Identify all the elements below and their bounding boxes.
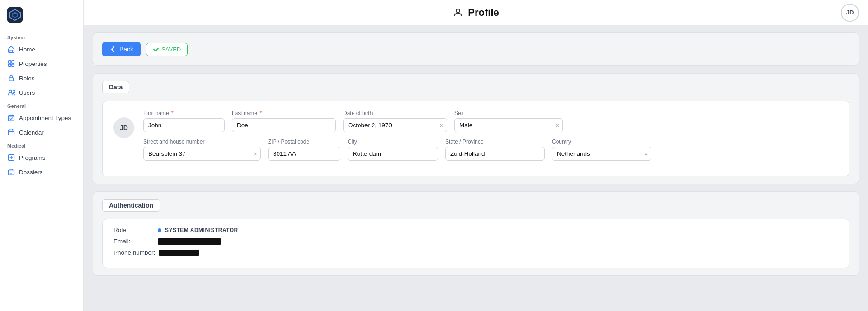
street-label: Street and house number	[143, 139, 261, 145]
state-group: State / Province	[445, 139, 545, 161]
sidebar: System Home Properties Roles Users Gene	[0, 0, 84, 311]
sex-group: Sex ×	[454, 110, 563, 132]
toolbar-card: Back SAVED	[93, 32, 859, 66]
lastname-input[interactable]	[232, 118, 336, 132]
street-group: Street and house number ×	[143, 139, 261, 161]
sidebar-item-dossiers[interactable]: Dossiers	[0, 165, 83, 179]
phone-field-label: Phone number:	[113, 249, 155, 256]
sidebar-item-properties-label: Properties	[19, 60, 47, 67]
sidebar-item-roles-label: Roles	[19, 75, 35, 82]
state-label: State / Province	[445, 139, 545, 145]
auth-section-card: Authentication Role: SYSTEM ADMINISTRATO…	[93, 191, 859, 276]
dob-label: Date of birth	[343, 110, 447, 116]
svg-rect-4	[9, 61, 11, 63]
street-input[interactable]	[143, 147, 261, 161]
content-area: Back SAVED Data JD	[84, 25, 868, 311]
svg-rect-13	[9, 170, 14, 175]
lock-icon	[7, 74, 15, 82]
svg-point-9	[9, 90, 12, 93]
firstname-label: First name *	[143, 110, 225, 116]
profile-icon	[453, 7, 463, 18]
sidebar-item-dossiers-label: Dossiers	[19, 169, 43, 176]
country-label: Country	[552, 139, 651, 145]
svg-rect-7	[12, 64, 14, 66]
country-group: Country ×	[552, 139, 651, 161]
svg-rect-8	[9, 78, 14, 81]
back-label: Back	[119, 46, 133, 53]
saved-label: SAVED	[161, 46, 181, 53]
country-clear-button[interactable]: ×	[644, 151, 648, 157]
lastname-required: *	[258, 110, 262, 116]
sidebar-item-programs-label: Programs	[19, 154, 46, 161]
data-form-card: JD First name *	[102, 101, 849, 176]
topbar: Profile JD	[84, 0, 868, 25]
sidebar-item-home-label: Home	[19, 46, 35, 53]
medical-section-label: Medical	[0, 139, 83, 150]
user-avatar-button[interactable]: JD	[841, 4, 859, 22]
sidebar-item-users[interactable]: Users	[0, 85, 83, 100]
svg-point-14	[456, 9, 460, 13]
firstname-input[interactable]	[143, 118, 225, 132]
grid-icon	[7, 60, 15, 68]
form-row-2: Street and house number × ZIP / Postal c…	[143, 139, 838, 161]
svg-rect-5	[12, 61, 14, 63]
phone-value-redacted	[159, 250, 199, 256]
users-icon	[7, 88, 15, 97]
role-field-label: Role:	[113, 227, 154, 233]
avatar-row: JD First name *	[113, 110, 838, 167]
svg-rect-6	[9, 64, 11, 66]
city-input[interactable]	[348, 147, 438, 161]
zip-group: ZIP / Postal code	[268, 139, 340, 161]
dob-clear-button[interactable]: ×	[440, 122, 443, 129]
auth-form-card: Role: SYSTEM ADMINISTRATOR Email: Phone …	[102, 219, 849, 268]
role-dot-indicator	[158, 228, 161, 232]
check-icon	[153, 46, 159, 52]
zip-label: ZIP / Postal code	[268, 139, 340, 145]
page-title: Profile	[468, 7, 499, 19]
sidebar-item-programs[interactable]: Programs	[0, 150, 83, 165]
email-row: Email:	[113, 238, 838, 245]
sidebar-item-users-label: Users	[19, 89, 35, 96]
country-input-wrapper: ×	[552, 147, 651, 161]
phone-row: Phone number:	[113, 249, 838, 256]
svg-rect-11	[9, 130, 14, 135]
logo[interactable]	[0, 5, 83, 31]
firstname-required: *	[170, 110, 174, 116]
data-section-card: Data JD First name *	[93, 73, 859, 184]
dossier-icon	[7, 168, 15, 176]
email-field-label: Email:	[113, 238, 154, 245]
sex-input[interactable]	[454, 118, 563, 132]
toolbar-row: Back SAVED	[102, 40, 849, 58]
dob-input[interactable]	[343, 118, 447, 132]
city-label: City	[348, 139, 438, 145]
arrow-left-icon	[109, 46, 117, 53]
sex-label: Sex	[454, 110, 563, 116]
form-fields: First name * Last name *	[143, 110, 838, 167]
country-input[interactable]	[552, 147, 651, 161]
firstname-group: First name *	[143, 110, 225, 132]
email-value-redacted	[158, 238, 221, 245]
back-button[interactable]: Back	[102, 42, 141, 56]
dob-input-wrapper: ×	[343, 118, 447, 132]
city-group: City	[348, 139, 438, 161]
zip-input[interactable]	[268, 147, 340, 161]
sex-clear-button[interactable]: ×	[556, 122, 559, 129]
sidebar-item-calendar[interactable]: Calendar	[0, 125, 83, 139]
sidebar-item-roles[interactable]: Roles	[0, 71, 83, 85]
home-icon	[7, 45, 15, 53]
svg-rect-10	[9, 116, 14, 121]
main-area: Profile JD Back SAVED	[84, 0, 868, 311]
saved-badge: SAVED	[146, 43, 188, 56]
form-row-1: First name * Last name *	[143, 110, 838, 132]
sidebar-item-calendar-label: Calendar	[19, 129, 44, 136]
state-input[interactable]	[445, 147, 545, 161]
sidebar-item-home[interactable]: Home	[0, 42, 83, 56]
role-row: Role: SYSTEM ADMINISTRATOR	[113, 227, 838, 233]
system-section-label: System	[0, 31, 83, 42]
sidebar-item-properties[interactable]: Properties	[0, 56, 83, 71]
lastname-label: Last name *	[232, 110, 336, 116]
sidebar-item-appointment-types-label: Appointment Types	[19, 115, 71, 121]
street-clear-button[interactable]: ×	[254, 151, 257, 157]
calendar-icon	[7, 128, 15, 136]
sidebar-item-appointment-types[interactable]: Appointment Types	[0, 111, 83, 125]
